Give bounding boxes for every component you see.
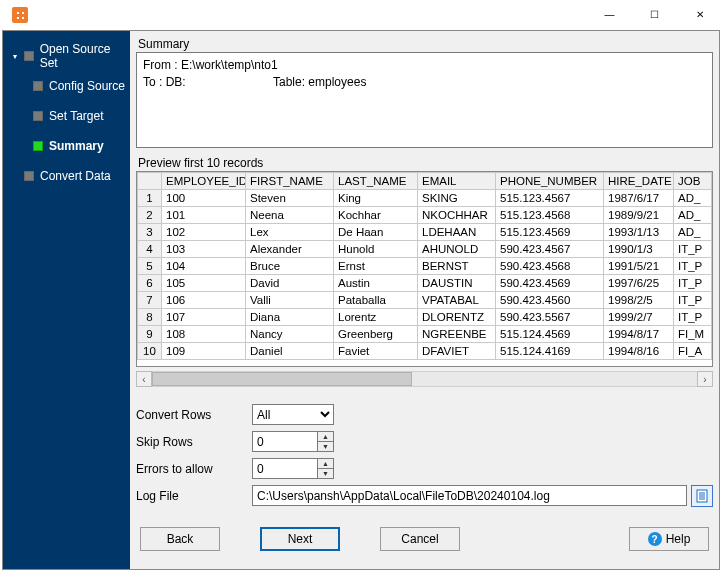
convert-rows-select[interactable]: All bbox=[252, 404, 334, 425]
sidebar-item-label: Convert Data bbox=[40, 169, 111, 183]
column-header[interactable]: EMAIL bbox=[418, 173, 496, 190]
table-cell: 590.423.4567 bbox=[496, 241, 604, 258]
table-row[interactable]: 4103AlexanderHunoldAHUNOLD590.423.456719… bbox=[138, 241, 712, 258]
table-cell: 104 bbox=[162, 258, 246, 275]
skip-rows-spinner[interactable]: ▲▼ bbox=[252, 431, 334, 452]
row-number-cell: 3 bbox=[138, 224, 162, 241]
minimize-button[interactable]: — bbox=[587, 0, 632, 30]
table-cell: 1993/1/13 bbox=[604, 224, 674, 241]
table-cell: 101 bbox=[162, 207, 246, 224]
table-cell: 100 bbox=[162, 190, 246, 207]
table-cell: 1998/2/5 bbox=[604, 292, 674, 309]
table-cell: Bruce bbox=[246, 258, 334, 275]
sidebar-item-set-target[interactable]: Set Target bbox=[3, 101, 130, 131]
table-cell: Steven bbox=[246, 190, 334, 207]
table-row[interactable]: 6105DavidAustinDAUSTIN590.423.45691997/6… bbox=[138, 275, 712, 292]
table-cell: Pataballa bbox=[334, 292, 418, 309]
row-number-cell: 10 bbox=[138, 343, 162, 360]
scroll-track[interactable] bbox=[152, 371, 697, 387]
table-cell: LDEHAAN bbox=[418, 224, 496, 241]
maximize-button[interactable]: ☐ bbox=[632, 0, 677, 30]
cancel-button[interactable]: Cancel bbox=[380, 527, 460, 551]
log-file-input[interactable] bbox=[252, 485, 687, 506]
log-file-browse-button[interactable] bbox=[691, 485, 713, 507]
step-status-box bbox=[33, 111, 43, 121]
scroll-left-button[interactable]: ‹ bbox=[136, 371, 152, 387]
sidebar-item-config-source[interactable]: Config Source bbox=[3, 71, 130, 101]
summary-line-to-right: Table: employees bbox=[273, 74, 366, 91]
row-number-cell: 7 bbox=[138, 292, 162, 309]
errors-spinner[interactable]: ▲▼ bbox=[252, 458, 334, 479]
convert-rows-label: Convert Rows bbox=[136, 408, 252, 422]
table-cell: 1997/6/25 bbox=[604, 275, 674, 292]
summary-line-from: From : E:\work\temp\nto1 bbox=[143, 57, 706, 74]
expander-icon: ▾ bbox=[11, 52, 20, 61]
table-row[interactable]: 3102LexDe HaanLDEHAAN515.123.45691993/1/… bbox=[138, 224, 712, 241]
table-row[interactable]: 7106ValliPataballaVPATABAL590.423.456019… bbox=[138, 292, 712, 309]
scroll-right-button[interactable]: › bbox=[697, 371, 713, 387]
preview-heading: Preview first 10 records bbox=[138, 156, 713, 170]
row-number-header[interactable] bbox=[138, 173, 162, 190]
sidebar-item-summary[interactable]: Summary bbox=[3, 131, 130, 161]
table-cell: BERNST bbox=[418, 258, 496, 275]
table-cell: 108 bbox=[162, 326, 246, 343]
sidebar-item-label: Config Source bbox=[49, 79, 125, 93]
table-cell: 590.423.5567 bbox=[496, 309, 604, 326]
table-row[interactable]: 9108NancyGreenbergNGREENBE515.124.456919… bbox=[138, 326, 712, 343]
table-cell: 590.423.4568 bbox=[496, 258, 604, 275]
table-cell: 103 bbox=[162, 241, 246, 258]
table-cell: DLORENTZ bbox=[418, 309, 496, 326]
table-row[interactable]: 2101NeenaKochharNKOCHHAR515.123.45681989… bbox=[138, 207, 712, 224]
help-button[interactable]: ? Help bbox=[629, 527, 709, 551]
table-row[interactable]: 1100StevenKingSKING515.123.45671987/6/17… bbox=[138, 190, 712, 207]
table-cell: 590.423.4569 bbox=[496, 275, 604, 292]
back-button[interactable]: Back bbox=[140, 527, 220, 551]
skip-rows-down[interactable]: ▼ bbox=[317, 441, 333, 451]
options-form: Convert Rows All Skip Rows ▲▼ Errors to … bbox=[136, 401, 713, 509]
column-header[interactable]: LAST_NAME bbox=[334, 173, 418, 190]
table-cell: 1990/1/3 bbox=[604, 241, 674, 258]
sidebar-item-convert-data[interactable]: Convert Data bbox=[3, 161, 130, 191]
table-cell: King bbox=[334, 190, 418, 207]
sidebar-item-open-source-set[interactable]: ▾Open Source Set bbox=[3, 41, 130, 71]
table-cell: 1991/5/21 bbox=[604, 258, 674, 275]
preview-table-container: EMPLOYEE_IDFIRST_NAMELAST_NAMEEMAILPHONE… bbox=[136, 171, 713, 367]
errors-down[interactable]: ▼ bbox=[317, 468, 333, 478]
errors-up[interactable]: ▲ bbox=[317, 459, 333, 468]
step-status-box bbox=[33, 81, 43, 91]
table-cell: Faviet bbox=[334, 343, 418, 360]
scroll-thumb[interactable] bbox=[152, 372, 412, 386]
minimize-icon: — bbox=[605, 9, 615, 20]
table-cell: NGREENBE bbox=[418, 326, 496, 343]
column-header[interactable]: HIRE_DATE bbox=[604, 173, 674, 190]
table-cell: 1989/9/21 bbox=[604, 207, 674, 224]
table-cell: Greenberg bbox=[334, 326, 418, 343]
table-row[interactable]: 8107DianaLorentzDLORENTZ590.423.55671999… bbox=[138, 309, 712, 326]
table-cell: Valli bbox=[246, 292, 334, 309]
next-button[interactable]: Next bbox=[260, 527, 340, 551]
column-header[interactable]: FIRST_NAME bbox=[246, 173, 334, 190]
errors-input[interactable] bbox=[253, 459, 317, 478]
table-cell: 1994/8/16 bbox=[604, 343, 674, 360]
step-status-box bbox=[33, 141, 43, 151]
main-container: ▾Open Source SetConfig SourceSet TargetS… bbox=[2, 30, 720, 570]
column-header[interactable]: EMPLOYEE_ID bbox=[162, 173, 246, 190]
table-cell: AD_ bbox=[674, 207, 712, 224]
table-cell: Ernst bbox=[334, 258, 418, 275]
column-header[interactable]: JOB bbox=[674, 173, 712, 190]
table-cell: Austin bbox=[334, 275, 418, 292]
row-number-cell: 9 bbox=[138, 326, 162, 343]
table-row[interactable]: 5104BruceErnstBERNST590.423.45681991/5/2… bbox=[138, 258, 712, 275]
skip-rows-input[interactable] bbox=[253, 432, 317, 451]
horizontal-scrollbar[interactable]: ‹ › bbox=[136, 371, 713, 387]
table-cell: 1999/2/7 bbox=[604, 309, 674, 326]
table-cell: 515.124.4569 bbox=[496, 326, 604, 343]
skip-rows-up[interactable]: ▲ bbox=[317, 432, 333, 441]
table-cell: 590.423.4560 bbox=[496, 292, 604, 309]
column-header[interactable]: PHONE_NUMBER bbox=[496, 173, 604, 190]
table-cell: IT_P bbox=[674, 275, 712, 292]
table-cell: Hunold bbox=[334, 241, 418, 258]
close-button[interactable]: ✕ bbox=[677, 0, 722, 30]
table-row[interactable]: 10109DanielFavietDFAVIET515.124.41691994… bbox=[138, 343, 712, 360]
table-cell: FI_A bbox=[674, 343, 712, 360]
